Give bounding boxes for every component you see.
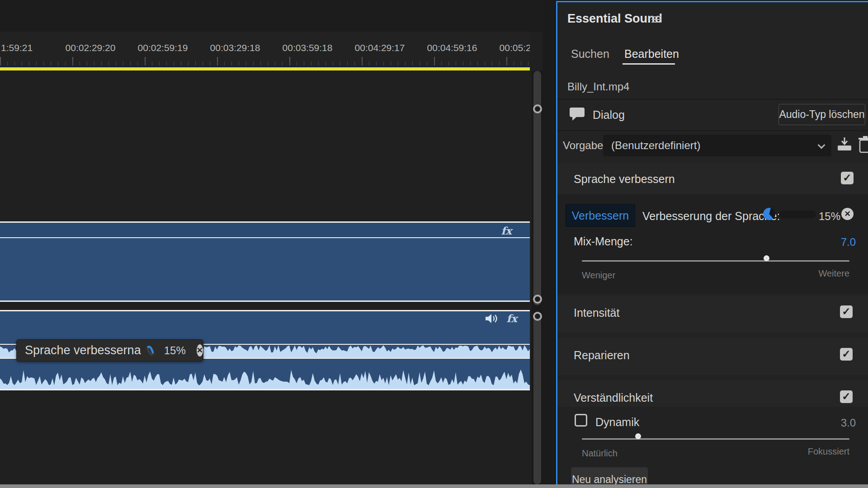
dialog-bubble-icon bbox=[569, 107, 585, 121]
section-verstaendlichkeit[interactable]: Verständlichkeit ✓ Dynamik 3.0 Natürlich… bbox=[557, 380, 868, 488]
enhance-percent: 15% bbox=[819, 210, 840, 223]
cancel-enhance-icon[interactable]: ✕ bbox=[841, 208, 854, 220]
preset-label: Vorgabe: bbox=[563, 139, 606, 152]
dynamik-value[interactable]: 3.0 bbox=[811, 417, 856, 429]
active-tab-underline bbox=[623, 63, 675, 65]
ruler-timecode: 00:04:29:17 bbox=[344, 42, 416, 53]
cancel-icon[interactable]: ✕ bbox=[197, 344, 203, 357]
dynamik-slider-max-label: Fokussiert bbox=[783, 446, 849, 457]
mix-amount-value[interactable]: 7.0 bbox=[811, 236, 856, 249]
scroll-zoom-handle[interactable] bbox=[533, 104, 542, 113]
ruler-timecode: 1:59:21 bbox=[1, 42, 42, 53]
section-reparieren[interactable]: Reparieren ✓ bbox=[557, 338, 868, 375]
ruler-timecode: 00:05:29:16 bbox=[488, 42, 530, 53]
mix-amount-label: Mix-Menge: bbox=[574, 235, 633, 248]
timeline-top-area bbox=[0, 0, 557, 32]
video-clip[interactable]: fx bbox=[0, 221, 530, 302]
panel-menu-icon[interactable] bbox=[651, 16, 661, 23]
divider bbox=[557, 99, 868, 100]
audio-type-row: Dialog Audio-Typ löschen bbox=[557, 100, 868, 130]
section-label: Reparieren bbox=[574, 349, 630, 362]
selected-clip-name: Billy_Int.mp4 bbox=[567, 80, 629, 93]
dynamik-slider-min-label: Natürlich bbox=[582, 448, 618, 459]
ruler-timecode: 00:02:29:20 bbox=[54, 42, 127, 53]
delete-preset-icon[interactable] bbox=[858, 136, 868, 154]
premiere-workspace: 1:59:21 00:02:29:20 00:02:59:19 00:03:29… bbox=[0, 0, 868, 488]
timeline-panel: 1:59:21 00:02:29:20 00:02:59:19 00:03:29… bbox=[0, 0, 557, 488]
mix-slider-max-label: Weitere bbox=[783, 268, 849, 279]
section-label: Verständlichkeit bbox=[574, 391, 653, 404]
enhance-speech-card: Sprache verbessern ✓ Verbessern Verbesse… bbox=[557, 163, 868, 294]
preset-row: Vorgabe: (Benutzerdefiniert) bbox=[557, 131, 868, 161]
clear-audio-type-button[interactable]: Audio-Typ löschen bbox=[778, 104, 865, 125]
video-clip-header: fx bbox=[0, 223, 530, 238]
dynamik-slider-handle[interactable] bbox=[635, 433, 641, 439]
section-label: Intensität bbox=[574, 306, 619, 319]
verstaendlichkeit-checkbox[interactable]: ✓ bbox=[840, 390, 853, 403]
workarea-yellow-bar[interactable] bbox=[0, 67, 530, 70]
scroll-zoom-handle[interactable] bbox=[533, 295, 542, 304]
audio-type-label: Dialog bbox=[593, 108, 625, 122]
mix-slider-min-label: Weniger bbox=[582, 270, 615, 281]
dynamik-slider-track[interactable] bbox=[582, 438, 849, 440]
progress-bar bbox=[779, 211, 816, 218]
fx-badge-icon[interactable]: fx bbox=[506, 312, 517, 324]
preset-value: (Benutzerdefiniert) bbox=[611, 139, 700, 152]
save-preset-icon[interactable] bbox=[836, 136, 853, 152]
section-intensitaet[interactable]: Intensität ✓ bbox=[557, 296, 868, 333]
panel-gutter bbox=[542, 0, 556, 488]
ruler-timecode: 00:03:59:18 bbox=[271, 42, 344, 53]
progress-spinner-icon bbox=[145, 344, 155, 357]
ruler-timecode: 00:03:29:18 bbox=[199, 42, 271, 53]
timeline-ruler[interactable]: 1:59:21 00:02:29:20 00:02:59:19 00:03:29… bbox=[0, 32, 530, 71]
enhance-speech-title: Sprache verbessern bbox=[574, 173, 675, 186]
reparieren-checkbox[interactable]: ✓ bbox=[840, 348, 853, 361]
enhance-progress-tooltip: Sprache verbesserna 15% ✕ bbox=[16, 339, 203, 361]
panel-focus-border bbox=[556, 1, 868, 2]
mix-slider-handle[interactable] bbox=[764, 255, 769, 261]
tab-bearbeiten[interactable]: Bearbeiten bbox=[624, 47, 679, 61]
tooltip-percent: 15% bbox=[164, 344, 186, 357]
intensitaet-checkbox[interactable]: ✓ bbox=[840, 305, 853, 318]
progress-pie-icon bbox=[763, 208, 775, 220]
ruler-timecode: 00:04:59:16 bbox=[416, 42, 488, 53]
fx-badge-icon[interactable]: fx bbox=[501, 225, 512, 237]
audio-tracks-scrollbar-thumb[interactable] bbox=[533, 312, 541, 484]
verstaendlichkeit-content: Dynamik 3.0 Natürlich Fokussiert Neu ana… bbox=[557, 407, 868, 488]
audio-clip-header: fx bbox=[0, 311, 530, 326]
speaker-icon bbox=[485, 314, 498, 324]
enhance-speech-checkbox[interactable]: ✓ bbox=[841, 172, 854, 184]
enhance-progress-label: Verbesserung der Sprache: bbox=[642, 210, 780, 223]
window-bottom-edge bbox=[0, 484, 868, 488]
enhance-speech-header[interactable]: Sprache verbessern ✓ bbox=[557, 163, 868, 194]
panel-focus-border bbox=[556, 1, 557, 488]
essential-sound-panel: Essential Sound Suchen Bearbeiten Billy_… bbox=[557, 0, 868, 488]
panel-title: Essential Sound bbox=[567, 12, 662, 26]
enhance-button[interactable]: Verbessern bbox=[566, 204, 635, 227]
dynamik-label: Dynamik bbox=[595, 416, 639, 429]
chevron-down-icon bbox=[818, 141, 826, 149]
mix-slider-track[interactable] bbox=[582, 260, 849, 262]
ruler-timecode: 00:02:59:19 bbox=[127, 42, 199, 53]
dynamik-checkbox[interactable] bbox=[575, 414, 587, 427]
preset-dropdown[interactable]: (Benutzerdefiniert) bbox=[603, 135, 831, 156]
tab-suchen[interactable]: Suchen bbox=[571, 47, 609, 61]
tooltip-label: Sprache verbesserna bbox=[25, 343, 141, 357]
scroll-zoom-handle[interactable] bbox=[533, 312, 542, 321]
